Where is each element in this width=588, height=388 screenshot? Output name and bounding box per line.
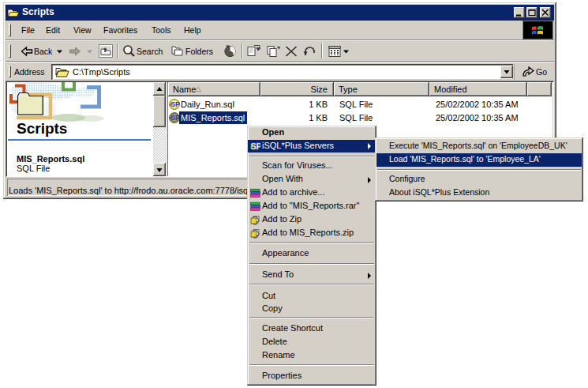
svg-text:SP: SP (170, 100, 180, 108)
